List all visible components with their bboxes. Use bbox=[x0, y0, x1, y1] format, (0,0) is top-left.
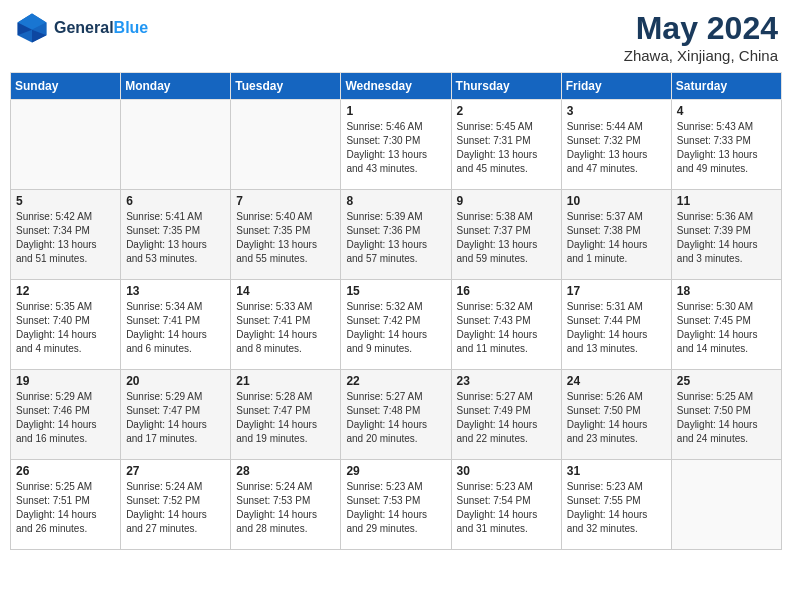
day-number: 13 bbox=[126, 284, 225, 298]
calendar-cell: 20Sunrise: 5:29 AMSunset: 7:47 PMDayligh… bbox=[121, 370, 231, 460]
day-info: Sunrise: 5:39 AMSunset: 7:36 PMDaylight:… bbox=[346, 210, 445, 266]
calendar-cell: 18Sunrise: 5:30 AMSunset: 7:45 PMDayligh… bbox=[671, 280, 781, 370]
calendar-cell: 30Sunrise: 5:23 AMSunset: 7:54 PMDayligh… bbox=[451, 460, 561, 550]
day-info: Sunrise: 5:29 AMSunset: 7:47 PMDaylight:… bbox=[126, 390, 225, 446]
day-number: 17 bbox=[567, 284, 666, 298]
day-number: 14 bbox=[236, 284, 335, 298]
day-number: 15 bbox=[346, 284, 445, 298]
calendar-cell bbox=[671, 460, 781, 550]
calendar-cell: 1Sunrise: 5:46 AMSunset: 7:30 PMDaylight… bbox=[341, 100, 451, 190]
calendar-cell bbox=[231, 100, 341, 190]
calendar-cell: 2Sunrise: 5:45 AMSunset: 7:31 PMDaylight… bbox=[451, 100, 561, 190]
calendar-cell: 23Sunrise: 5:27 AMSunset: 7:49 PMDayligh… bbox=[451, 370, 561, 460]
day-number: 25 bbox=[677, 374, 776, 388]
day-number: 21 bbox=[236, 374, 335, 388]
day-number: 31 bbox=[567, 464, 666, 478]
location: Zhawa, Xinjiang, China bbox=[624, 47, 778, 64]
day-info: Sunrise: 5:23 AMSunset: 7:54 PMDaylight:… bbox=[457, 480, 556, 536]
day-number: 18 bbox=[677, 284, 776, 298]
day-number: 10 bbox=[567, 194, 666, 208]
day-info: Sunrise: 5:35 AMSunset: 7:40 PMDaylight:… bbox=[16, 300, 115, 356]
day-number: 7 bbox=[236, 194, 335, 208]
calendar-cell: 16Sunrise: 5:32 AMSunset: 7:43 PMDayligh… bbox=[451, 280, 561, 370]
day-info: Sunrise: 5:27 AMSunset: 7:49 PMDaylight:… bbox=[457, 390, 556, 446]
day-number: 24 bbox=[567, 374, 666, 388]
calendar-cell: 12Sunrise: 5:35 AMSunset: 7:40 PMDayligh… bbox=[11, 280, 121, 370]
calendar-cell: 27Sunrise: 5:24 AMSunset: 7:52 PMDayligh… bbox=[121, 460, 231, 550]
day-number: 2 bbox=[457, 104, 556, 118]
day-info: Sunrise: 5:32 AMSunset: 7:43 PMDaylight:… bbox=[457, 300, 556, 356]
day-info: Sunrise: 5:45 AMSunset: 7:31 PMDaylight:… bbox=[457, 120, 556, 176]
calendar-cell: 25Sunrise: 5:25 AMSunset: 7:50 PMDayligh… bbox=[671, 370, 781, 460]
calendar-cell: 21Sunrise: 5:28 AMSunset: 7:47 PMDayligh… bbox=[231, 370, 341, 460]
day-number: 16 bbox=[457, 284, 556, 298]
logo-icon bbox=[14, 10, 50, 46]
day-number: 29 bbox=[346, 464, 445, 478]
day-info: Sunrise: 5:34 AMSunset: 7:41 PMDaylight:… bbox=[126, 300, 225, 356]
day-info: Sunrise: 5:37 AMSunset: 7:38 PMDaylight:… bbox=[567, 210, 666, 266]
calendar-cell: 4Sunrise: 5:43 AMSunset: 7:33 PMDaylight… bbox=[671, 100, 781, 190]
weekday-header-wednesday: Wednesday bbox=[341, 73, 451, 100]
calendar-cell: 28Sunrise: 5:24 AMSunset: 7:53 PMDayligh… bbox=[231, 460, 341, 550]
day-number: 8 bbox=[346, 194, 445, 208]
day-info: Sunrise: 5:25 AMSunset: 7:50 PMDaylight:… bbox=[677, 390, 776, 446]
day-info: Sunrise: 5:23 AMSunset: 7:55 PMDaylight:… bbox=[567, 480, 666, 536]
weekday-header-friday: Friday bbox=[561, 73, 671, 100]
calendar-cell: 3Sunrise: 5:44 AMSunset: 7:32 PMDaylight… bbox=[561, 100, 671, 190]
calendar-cell: 8Sunrise: 5:39 AMSunset: 7:36 PMDaylight… bbox=[341, 190, 451, 280]
day-info: Sunrise: 5:25 AMSunset: 7:51 PMDaylight:… bbox=[16, 480, 115, 536]
weekday-header-sunday: Sunday bbox=[11, 73, 121, 100]
calendar-cell: 10Sunrise: 5:37 AMSunset: 7:38 PMDayligh… bbox=[561, 190, 671, 280]
day-number: 26 bbox=[16, 464, 115, 478]
day-number: 3 bbox=[567, 104, 666, 118]
calendar-cell: 17Sunrise: 5:31 AMSunset: 7:44 PMDayligh… bbox=[561, 280, 671, 370]
calendar-cell: 31Sunrise: 5:23 AMSunset: 7:55 PMDayligh… bbox=[561, 460, 671, 550]
day-info: Sunrise: 5:42 AMSunset: 7:34 PMDaylight:… bbox=[16, 210, 115, 266]
day-number: 27 bbox=[126, 464, 225, 478]
calendar-cell: 29Sunrise: 5:23 AMSunset: 7:53 PMDayligh… bbox=[341, 460, 451, 550]
day-info: Sunrise: 5:40 AMSunset: 7:35 PMDaylight:… bbox=[236, 210, 335, 266]
day-info: Sunrise: 5:29 AMSunset: 7:46 PMDaylight:… bbox=[16, 390, 115, 446]
day-info: Sunrise: 5:32 AMSunset: 7:42 PMDaylight:… bbox=[346, 300, 445, 356]
day-info: Sunrise: 5:43 AMSunset: 7:33 PMDaylight:… bbox=[677, 120, 776, 176]
day-info: Sunrise: 5:24 AMSunset: 7:53 PMDaylight:… bbox=[236, 480, 335, 536]
day-info: Sunrise: 5:24 AMSunset: 7:52 PMDaylight:… bbox=[126, 480, 225, 536]
calendar-cell: 9Sunrise: 5:38 AMSunset: 7:37 PMDaylight… bbox=[451, 190, 561, 280]
day-number: 30 bbox=[457, 464, 556, 478]
day-number: 23 bbox=[457, 374, 556, 388]
calendar-cell: 22Sunrise: 5:27 AMSunset: 7:48 PMDayligh… bbox=[341, 370, 451, 460]
calendar-cell: 6Sunrise: 5:41 AMSunset: 7:35 PMDaylight… bbox=[121, 190, 231, 280]
calendar-cell: 26Sunrise: 5:25 AMSunset: 7:51 PMDayligh… bbox=[11, 460, 121, 550]
calendar-cell: 14Sunrise: 5:33 AMSunset: 7:41 PMDayligh… bbox=[231, 280, 341, 370]
month-title: May 2024 bbox=[624, 10, 778, 47]
weekday-header-thursday: Thursday bbox=[451, 73, 561, 100]
day-info: Sunrise: 5:26 AMSunset: 7:50 PMDaylight:… bbox=[567, 390, 666, 446]
day-number: 6 bbox=[126, 194, 225, 208]
day-info: Sunrise: 5:46 AMSunset: 7:30 PMDaylight:… bbox=[346, 120, 445, 176]
calendar-table: SundayMondayTuesdayWednesdayThursdayFrid… bbox=[10, 72, 782, 550]
day-number: 11 bbox=[677, 194, 776, 208]
weekday-header-saturday: Saturday bbox=[671, 73, 781, 100]
day-info: Sunrise: 5:44 AMSunset: 7:32 PMDaylight:… bbox=[567, 120, 666, 176]
day-number: 22 bbox=[346, 374, 445, 388]
day-number: 12 bbox=[16, 284, 115, 298]
calendar-cell bbox=[11, 100, 121, 190]
weekday-header-monday: Monday bbox=[121, 73, 231, 100]
weekday-header-tuesday: Tuesday bbox=[231, 73, 341, 100]
day-number: 19 bbox=[16, 374, 115, 388]
logo-text: GeneralBlue bbox=[54, 19, 148, 37]
day-info: Sunrise: 5:27 AMSunset: 7:48 PMDaylight:… bbox=[346, 390, 445, 446]
day-number: 28 bbox=[236, 464, 335, 478]
day-info: Sunrise: 5:28 AMSunset: 7:47 PMDaylight:… bbox=[236, 390, 335, 446]
logo: GeneralBlue bbox=[14, 10, 148, 46]
day-info: Sunrise: 5:23 AMSunset: 7:53 PMDaylight:… bbox=[346, 480, 445, 536]
day-info: Sunrise: 5:33 AMSunset: 7:41 PMDaylight:… bbox=[236, 300, 335, 356]
day-info: Sunrise: 5:38 AMSunset: 7:37 PMDaylight:… bbox=[457, 210, 556, 266]
day-number: 9 bbox=[457, 194, 556, 208]
day-info: Sunrise: 5:31 AMSunset: 7:44 PMDaylight:… bbox=[567, 300, 666, 356]
title-block: May 2024 Zhawa, Xinjiang, China bbox=[624, 10, 778, 64]
day-number: 4 bbox=[677, 104, 776, 118]
calendar-cell: 15Sunrise: 5:32 AMSunset: 7:42 PMDayligh… bbox=[341, 280, 451, 370]
calendar-cell: 5Sunrise: 5:42 AMSunset: 7:34 PMDaylight… bbox=[11, 190, 121, 280]
day-info: Sunrise: 5:30 AMSunset: 7:45 PMDaylight:… bbox=[677, 300, 776, 356]
